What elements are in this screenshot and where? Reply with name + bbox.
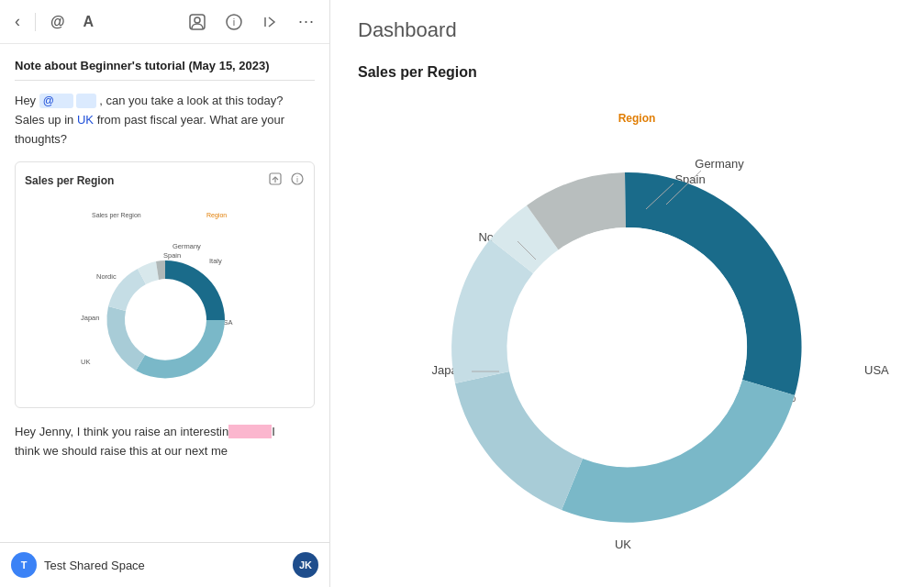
- workspace-avatar: T: [11, 552, 37, 578]
- content-area: Note about Beginner's tutorial (May 15, …: [0, 44, 329, 542]
- chart-section-title: Sales per Region: [358, 64, 896, 81]
- second-message-prefix: Hey Jenny, I think you raise an interest…: [15, 425, 228, 438]
- highlight-text: [228, 425, 272, 438]
- second-message-mid: I: [272, 425, 275, 438]
- mini-chart-header: Sales per Region i: [25, 172, 305, 189]
- user-badge: JK: [293, 552, 318, 578]
- note-title: Note about Beginner's tutorial (May 15, …: [15, 59, 315, 81]
- svg-text:Spain: Spain: [163, 251, 181, 260]
- message-line2-suffix: from past fiscal year. What are your: [97, 113, 284, 127]
- mini-donut-chart: Sales per Region Region Italy Germany Sp…: [64, 201, 266, 393]
- svg-text:Italy: Italy: [209, 257, 222, 265]
- mini-chart-actions: i: [268, 172, 305, 189]
- svg-text:Region: Region: [206, 212, 227, 219]
- mini-chart-container: Sales per Region Region Italy Germany Sp…: [25, 196, 305, 398]
- svg-text:Sales per Region: Sales per Region: [92, 212, 141, 219]
- panel-button[interactable]: [258, 11, 284, 33]
- workspace-name: Test Shared Space: [44, 559, 145, 572]
- svg-text:Germany: Germany: [173, 242, 201, 250]
- message-link-uk[interactable]: UK: [77, 113, 94, 127]
- bottom-bar: T Test Shared Space JK: [0, 542, 329, 587]
- svg-text:Germany: Germany: [695, 157, 744, 171]
- svg-text:Region: Region: [618, 112, 655, 125]
- toolbar: ‹ @ A i ···: [0, 0, 329, 44]
- mention-tag-2[interactable]: [76, 94, 95, 108]
- at-button[interactable]: @: [47, 12, 69, 32]
- more-button[interactable]: ···: [295, 10, 318, 33]
- person-button[interactable]: [184, 11, 210, 33]
- mini-chart-info-icon[interactable]: i: [290, 172, 305, 189]
- font-button[interactable]: A: [80, 12, 98, 32]
- svg-text:UK: UK: [614, 537, 630, 551]
- svg-text:Nordic: Nordic: [96, 272, 117, 281]
- svg-point-30: [508, 227, 747, 466]
- svg-text:Japan: Japan: [81, 314, 99, 322]
- svg-text:i: i: [296, 175, 298, 184]
- dashboard-title: Dashboard: [358, 18, 896, 42]
- svg-point-1: [195, 17, 200, 23]
- message-line2-prefix: Sales up in: [15, 113, 77, 127]
- message-prefix: Hey: [15, 94, 39, 107]
- mini-chart-export-icon[interactable]: [268, 172, 283, 189]
- workspace-info: T Test Shared Space: [11, 552, 145, 578]
- info-button[interactable]: i: [221, 11, 247, 33]
- back-button[interactable]: ‹: [11, 10, 24, 33]
- svg-text:i: i: [233, 17, 235, 28]
- mini-chart-title: Sales per Region: [25, 174, 114, 187]
- workspace-initial: T: [21, 559, 28, 570]
- big-chart-container: Region Germany Spain Nordic Japan UK USA…: [358, 99, 896, 576]
- big-donut-chart: Region Germany Spain Nordic Japan UK USA…: [362, 99, 894, 576]
- info-icon: i: [225, 13, 243, 31]
- second-message: Hey Jenny, I think you raise an interest…: [15, 423, 315, 461]
- message-line3: thoughts?: [15, 132, 67, 146]
- svg-text:USA: USA: [864, 363, 889, 377]
- right-panel: Dashboard Sales per Region Region German…: [330, 0, 924, 587]
- svg-text:UK: UK: [81, 358, 90, 366]
- panel-icon: [262, 13, 280, 31]
- left-panel: ‹ @ A i ··· Note about Beginner's: [0, 0, 330, 587]
- mention-tag-1[interactable]: @: [39, 94, 73, 108]
- person-icon: [188, 13, 206, 31]
- mini-chart-card: Sales per Region i: [15, 161, 315, 408]
- toolbar-divider: [35, 13, 36, 31]
- user-initials: JK: [299, 559, 312, 570]
- second-message-suffix: think we should raise this at our next m…: [15, 444, 228, 458]
- message-text-1: Hey @ , can you take a look at this toda…: [15, 92, 315, 149]
- message-suffix: , can you take a look at this today?: [99, 94, 283, 107]
